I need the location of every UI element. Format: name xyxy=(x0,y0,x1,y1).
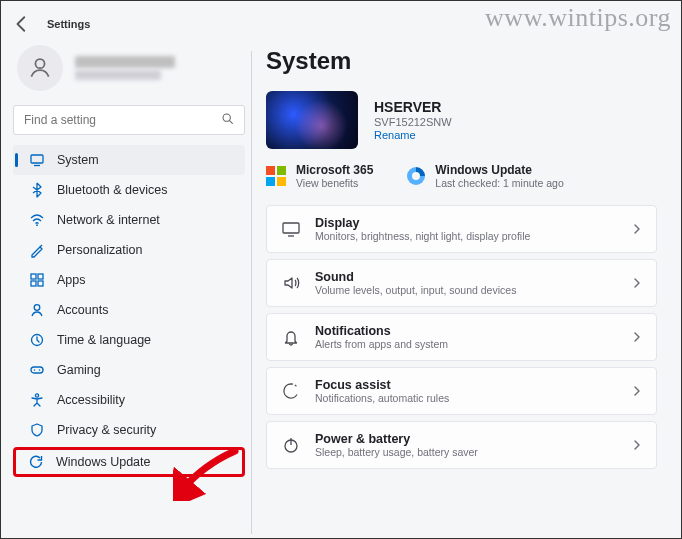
avatar xyxy=(17,45,63,91)
card-subtitle: Alerts from apps and system xyxy=(315,338,618,350)
rename-link[interactable]: Rename xyxy=(374,129,452,141)
system-icon xyxy=(29,152,45,168)
card-display[interactable]: DisplayMonitors, brightness, night light… xyxy=(266,205,657,253)
device-row: HSERVER SVF15212SNW Rename xyxy=(266,91,657,149)
chevron-right-icon xyxy=(632,436,642,454)
sidebar-item-label: Personalization xyxy=(57,243,142,257)
chevron-right-icon xyxy=(632,328,642,346)
microsoft-logo-icon xyxy=(266,166,286,186)
card-title: Focus assist xyxy=(315,378,618,392)
card-title: Notifications xyxy=(315,324,618,338)
bluetooth-icon xyxy=(29,182,45,198)
privacy-icon xyxy=(29,422,45,438)
sidebar-item-label: Accounts xyxy=(57,303,108,317)
search-icon xyxy=(221,112,234,128)
svg-rect-16 xyxy=(283,223,299,233)
main-panel: System HSERVER SVF15212SNW Rename Micros… xyxy=(260,41,675,534)
page-title: System xyxy=(266,47,657,75)
back-button[interactable] xyxy=(13,15,31,33)
sidebar-item-network[interactable]: Network & internet xyxy=(13,205,245,235)
wu-title: Windows Update xyxy=(435,163,563,177)
sidebar-item-gaming[interactable]: Gaming xyxy=(13,355,245,385)
svg-rect-8 xyxy=(31,281,36,286)
sidebar-item-personalization[interactable]: Personalization xyxy=(13,235,245,265)
svg-rect-6 xyxy=(31,274,36,279)
svg-rect-7 xyxy=(38,274,43,279)
ms365-title: Microsoft 365 xyxy=(296,163,373,177)
time-icon xyxy=(29,332,45,348)
card-subtitle: Volume levels, output, input, sound devi… xyxy=(315,284,618,296)
personalization-icon xyxy=(29,242,45,258)
sidebar-item-time[interactable]: Time & language xyxy=(13,325,245,355)
card-subtitle: Sleep, battery usage, battery saver xyxy=(315,446,618,458)
device-model: SVF15212SNW xyxy=(374,116,452,128)
wu-sub: Last checked: 1 minute ago xyxy=(435,177,563,189)
sidebar: SystemBluetooth & devicesNetwork & inter… xyxy=(7,41,251,534)
accessibility-icon xyxy=(29,392,45,408)
sidebar-item-label: Windows Update xyxy=(56,455,151,469)
search-box[interactable] xyxy=(13,105,245,135)
svg-rect-12 xyxy=(31,367,43,373)
display-icon xyxy=(281,219,301,239)
sidebar-item-label: Network & internet xyxy=(57,213,160,227)
sidebar-item-system[interactable]: System xyxy=(13,145,245,175)
ms365-sub: View benefits xyxy=(296,177,373,189)
apps-icon xyxy=(29,272,45,288)
svg-rect-3 xyxy=(31,155,43,163)
focus-icon xyxy=(281,381,301,401)
svg-point-10 xyxy=(34,305,40,311)
windows-update-icon xyxy=(407,167,425,185)
gaming-icon xyxy=(29,362,45,378)
sidebar-item-label: Accessibility xyxy=(57,393,125,407)
profile-block[interactable] xyxy=(13,41,245,105)
card-focus[interactable]: Focus assistNotifications, automatic rul… xyxy=(266,367,657,415)
svg-line-2 xyxy=(230,121,233,124)
notifications-icon xyxy=(281,327,301,347)
vertical-divider xyxy=(251,51,252,534)
card-title: Power & battery xyxy=(315,432,618,446)
svg-point-15 xyxy=(35,394,38,397)
sidebar-item-accessibility[interactable]: Accessibility xyxy=(13,385,245,415)
sidebar-item-apps[interactable]: Apps xyxy=(13,265,245,295)
sidebar-item-label: Privacy & security xyxy=(57,423,156,437)
sidebar-item-label: System xyxy=(57,153,99,167)
sidebar-item-update[interactable]: Windows Update xyxy=(13,447,245,477)
card-subtitle: Notifications, automatic rules xyxy=(315,392,618,404)
sidebar-item-label: Apps xyxy=(57,273,86,287)
svg-rect-9 xyxy=(38,281,43,286)
profile-email-obscured xyxy=(75,70,161,80)
power-icon xyxy=(281,435,301,455)
windows-update-status[interactable]: Windows Update Last checked: 1 minute ag… xyxy=(407,163,563,189)
card-title: Display xyxy=(315,216,618,230)
svg-point-13 xyxy=(34,369,36,371)
chevron-right-icon xyxy=(632,220,642,238)
accounts-icon xyxy=(29,302,45,318)
sidebar-item-label: Time & language xyxy=(57,333,151,347)
sidebar-item-accounts[interactable]: Accounts xyxy=(13,295,245,325)
header-title: Settings xyxy=(47,18,90,30)
svg-point-0 xyxy=(35,59,44,68)
sidebar-item-label: Bluetooth & devices xyxy=(57,183,168,197)
sidebar-item-bluetooth[interactable]: Bluetooth & devices xyxy=(13,175,245,205)
chevron-right-icon xyxy=(632,382,642,400)
svg-point-5 xyxy=(36,224,38,226)
card-sound[interactable]: SoundVolume levels, output, input, sound… xyxy=(266,259,657,307)
card-power[interactable]: Power & batterySleep, battery usage, bat… xyxy=(266,421,657,469)
svg-point-14 xyxy=(39,369,41,371)
search-input[interactable] xyxy=(24,113,194,127)
chevron-right-icon xyxy=(632,274,642,292)
microsoft-365-status[interactable]: Microsoft 365 View benefits xyxy=(266,163,373,189)
card-subtitle: Monitors, brightness, night light, displ… xyxy=(315,230,618,242)
sidebar-item-privacy[interactable]: Privacy & security xyxy=(13,415,245,445)
update-icon xyxy=(28,454,44,470)
profile-name-obscured xyxy=(75,56,175,68)
sound-icon xyxy=(281,273,301,293)
sidebar-item-label: Gaming xyxy=(57,363,101,377)
card-title: Sound xyxy=(315,270,618,284)
network-icon xyxy=(29,212,45,228)
device-thumbnail xyxy=(266,91,358,149)
device-name: HSERVER xyxy=(374,99,452,115)
card-notifications[interactable]: NotificationsAlerts from apps and system xyxy=(266,313,657,361)
